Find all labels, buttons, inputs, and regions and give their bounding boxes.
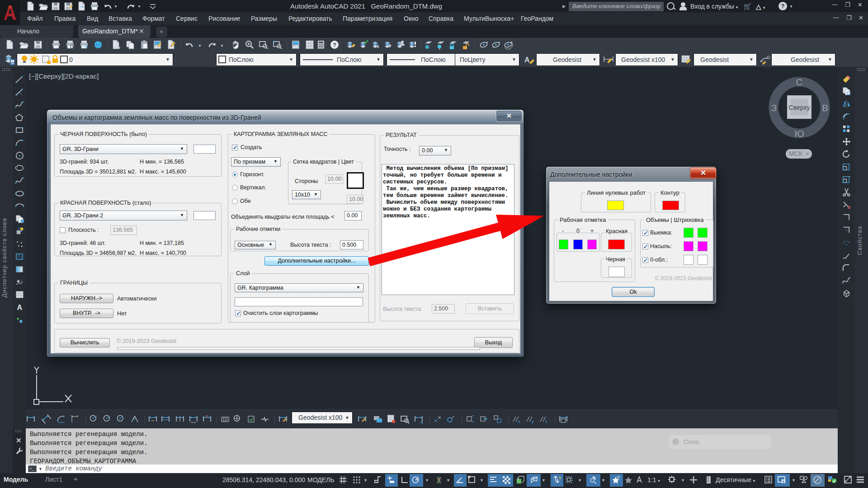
svg-text:МСК: МСК <box>789 150 803 157</box>
svg-text:З: З <box>771 103 777 113</box>
svg-text:В: В <box>822 103 828 113</box>
svg-text:С: С <box>796 77 802 87</box>
svg-text:A: A <box>524 56 530 64</box>
svg-text:Диспетчер свойств слоев: Диспетчер свойств слоев <box>1 218 8 298</box>
svg-text:Сверху: Сверху <box>789 104 810 111</box>
svg-text:Ю: Ю <box>794 128 804 139</box>
svg-text:Свойства: Свойства <box>856 225 863 255</box>
